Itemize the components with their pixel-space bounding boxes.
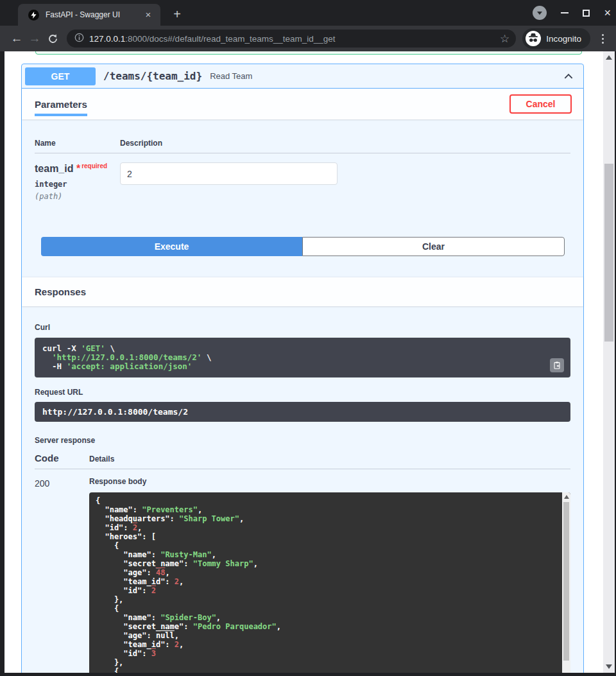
site-info-icon[interactable]: [74, 33, 84, 45]
code-column-header: Code: [35, 453, 89, 464]
url-path: :8000/docs#/default/read_team_teams__tea…: [125, 34, 335, 44]
parameter-row: team_id *required integer (path): [35, 162, 570, 201]
endpoint-summary: Read Team: [210, 71, 252, 81]
back-button[interactable]: ←: [8, 30, 26, 48]
scroll-up-arrow-icon[interactable]: [564, 495, 569, 499]
request-url-value: http://127.0.0.1:8000/teams/2: [35, 402, 570, 422]
window-close-button[interactable]: ×: [604, 9, 611, 17]
endpoint-path: /teams/{team_id}: [103, 70, 202, 82]
page-scrollbar[interactable]: [603, 51, 615, 673]
incognito-icon: [526, 31, 541, 46]
server-response-label: Server response: [35, 436, 570, 445]
status-code: 200: [35, 477, 89, 673]
page-scroll-down-arrow-icon[interactable]: [606, 664, 612, 669]
window-controls: ×: [533, 0, 611, 26]
previous-endpoint-remnant[interactable]: [35, 51, 582, 55]
description-column-header: Description: [120, 139, 162, 148]
collapse-chevron-icon[interactable]: [563, 71, 574, 82]
required-asterisk: *: [76, 163, 80, 174]
execute-row: Execute Clear: [41, 237, 565, 256]
response-row: 200 Response body { "name": "Preventers"…: [35, 477, 570, 673]
url-text[interactable]: 127.0.0.1:8000/docs#/default/read_team_t…: [89, 34, 496, 44]
curl-label: Curl: [35, 323, 570, 332]
parameter-type: integer: [35, 180, 120, 189]
url-host: 127.0.0.1: [89, 34, 125, 44]
request-url-label: Request URL: [35, 388, 570, 397]
address-bar[interactable]: 127.0.0.1:8000/docs#/default/read_team_t…: [67, 30, 516, 48]
execute-button[interactable]: Execute: [41, 237, 302, 256]
response-json: { "name": "Preventers", "headquarters": …: [89, 492, 570, 673]
method-badge: GET: [25, 67, 96, 85]
tab-strip: FastAPI - Swagger UI × + ×: [0, 0, 616, 26]
get-teams-opblock: GET /teams/{team_id} Read Team Parameter…: [21, 64, 584, 673]
browser-tab[interactable]: FastAPI - Swagger UI ×: [18, 4, 160, 26]
browser-menu-button[interactable]: [594, 30, 611, 48]
curl-command-block: curl -X 'GET' \ 'http://127.0.0.1:8000/t…: [35, 338, 570, 377]
reload-button[interactable]: [44, 30, 62, 48]
new-tab-button[interactable]: +: [168, 6, 186, 24]
parameters-section: Name Description team_id *required integ…: [22, 119, 583, 256]
chevron-down-icon: [537, 12, 542, 15]
tab-search-button[interactable]: [533, 6, 547, 20]
response-body-label: Response body: [89, 477, 570, 486]
fastapi-favicon-icon: [28, 10, 39, 21]
required-label: required: [81, 162, 107, 169]
bookmark-star-icon[interactable]: ☆: [500, 32, 509, 46]
tab-parameters[interactable]: Parameters: [35, 89, 87, 119]
copy-curl-button[interactable]: [550, 358, 564, 372]
swagger-page: GET /teams/{team_id} Read Team Parameter…: [4, 51, 603, 673]
parameter-name: team_id *required: [35, 162, 120, 175]
forward-button[interactable]: →: [26, 30, 44, 48]
cancel-button[interactable]: Cancel: [509, 94, 572, 114]
response-scrollbar-thumb[interactable]: [563, 502, 569, 661]
team-id-input[interactable]: [120, 162, 338, 185]
response-table-divider: [35, 469, 570, 469]
incognito-label: Incognito: [546, 34, 581, 44]
response-body-block: { "name": "Preventers", "headquarters": …: [89, 492, 570, 673]
opblock-summary[interactable]: GET /teams/{team_id} Read Team: [22, 64, 583, 89]
responses-title: Responses: [35, 286, 86, 297]
page-scroll-up-arrow-icon[interactable]: [606, 55, 612, 60]
responses-header: Responses: [22, 277, 583, 306]
active-tab-indicator: [35, 114, 87, 116]
responses-section: Curl curl -X 'GET' \ 'http://127.0.0.1:8…: [22, 306, 583, 673]
tab-title: FastAPI - Swagger UI: [46, 10, 142, 19]
minimize-button[interactable]: [561, 12, 569, 13]
browser-toolbar: ← → 127.0.0.1:8000/docs#/default/read_te…: [0, 26, 616, 51]
incognito-badge: Incognito: [522, 28, 590, 49]
parameter-location: (path): [35, 192, 120, 201]
page-scrollbar-thumb[interactable]: [604, 164, 613, 342]
maximize-button[interactable]: [583, 10, 590, 17]
response-scrollbar[interactable]: [562, 492, 570, 673]
tab-close-icon[interactable]: ×: [142, 9, 154, 21]
name-column-header: Name: [35, 139, 120, 148]
clear-button[interactable]: Clear: [302, 237, 565, 256]
table-divider: [35, 153, 570, 153]
parameters-header: Parameters Cancel: [22, 89, 583, 119]
details-column-header: Details: [89, 455, 114, 464]
parameters-tab-label: Parameters: [35, 99, 87, 110]
